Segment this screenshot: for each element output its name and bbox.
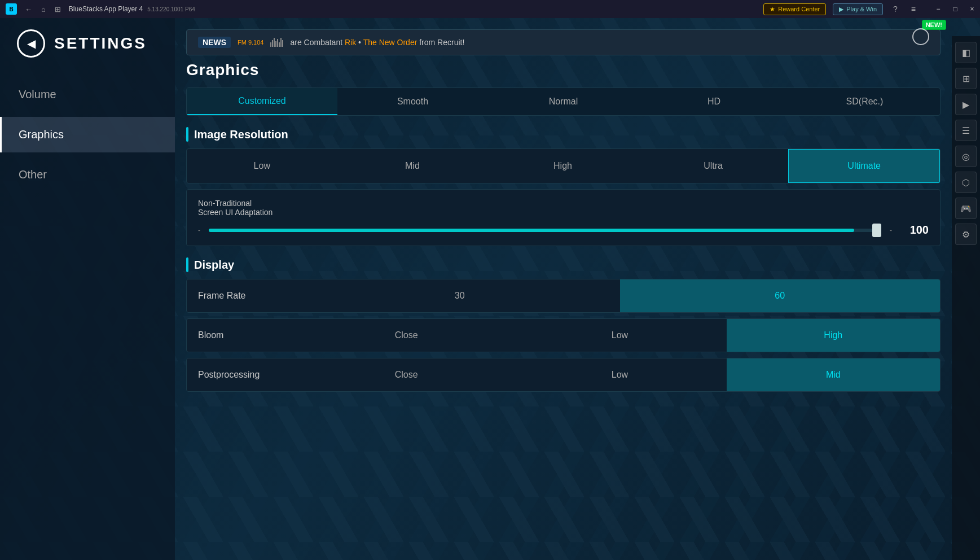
postprocessing-close[interactable]: Close [300,358,513,391]
sidebar-item-volume[interactable]: Volume [0,77,175,112]
cursor-circle [912,28,929,45]
reward-label: Reward Center [778,6,820,12]
right-icon-panel1[interactable]: ◧ [955,42,977,63]
titlebar-nav: ← ⌂ ⊞ [21,3,64,16]
section-bar-accent [186,127,188,142]
titlebar-left: B ← ⌂ ⊞ BlueStacks App Player 4 5.13.220… [0,3,752,16]
bloom-row: Bloom Close Low High [186,318,941,352]
frame-rate-30[interactable]: 30 [300,279,620,312]
frame-rate-options: 30 60 [300,279,940,312]
right-icon-panel2[interactable]: ⊞ [955,68,977,89]
postprocessing-low[interactable]: Low [513,358,726,391]
news-label: NEWS [198,37,231,48]
postprocessing-options: Close Low Mid [300,358,940,391]
content-area: Image Resolution Low Mid High Ultra Ulti… [175,116,952,560]
right-icon-panel6[interactable]: ⬡ [955,172,977,193]
graphics-section-title: Graphics [186,61,259,78]
quality-tabs: Customized Smooth Normal HD SD(Rec.) [186,88,941,116]
image-resolution-header: Image Resolution [186,127,941,142]
slider-container: - - 100 [198,224,929,237]
news-waveform [270,38,283,47]
postprocessing-label: Postprocessing [187,358,300,391]
postprocessing-row: Postprocessing Close Low Mid [186,358,941,392]
minimize-button[interactable]: − [930,3,946,15]
right-icon-panel8[interactable]: ⚙ [955,224,977,245]
slider-value: 100 [900,224,929,237]
display-section-bar [186,257,188,272]
news-bar: NEWS FM 9.104 are Combatant Rik • The Ne… [186,29,941,55]
slider-thumb[interactable] [872,224,881,237]
play-win-button[interactable]: ▶ Play & Win [833,3,883,15]
settings-back-button[interactable]: ◀ [17,29,45,58]
app-version: 5.13.220.1001 P64 [147,6,195,12]
right-icon-panel: ◧ ⊞ ▶ ☰ ◎ ⬡ 🎮 ⚙ [952,36,980,560]
resolution-low[interactable]: Low [187,149,337,183]
slider-min-label: - [198,226,200,234]
play-win-icon: ▶ [839,6,843,13]
tab-normal[interactable]: Normal [488,88,639,115]
help-button[interactable]: ? [890,2,901,16]
resolution-mid[interactable]: Mid [337,149,488,183]
postprocessing-mid[interactable]: Mid [727,358,940,391]
main-layout: ◀ SETTINGS Volume Graphics Other NEWS FM… [0,18,980,560]
news-text: are Combatant Rik • The New Order from R… [290,38,464,47]
resolution-options: Low Mid High Ultra Ultimate [186,148,941,183]
frame-rate-row: Frame Rate 30 60 [186,279,941,313]
new-badge: NEW! [922,20,946,30]
right-icon-panel5[interactable]: ◎ [955,146,977,167]
sidebar: ◀ SETTINGS Volume Graphics Other [0,18,175,560]
slider-max-label: - [890,226,892,234]
play-win-label: Play & Win [846,6,877,12]
right-icon-panel3[interactable]: ▶ [955,94,977,115]
news-fm: FM 9.104 [238,39,263,46]
tab-smooth[interactable]: Smooth [337,88,488,115]
right-icon-panel7[interactable]: 🎮 [955,198,977,219]
titlebar: B ← ⌂ ⊞ BlueStacks App Player 4 5.13.220… [0,0,980,18]
right-icon-panel4[interactable]: ☰ [955,120,977,141]
back-button[interactable]: ← [21,3,36,16]
resolution-ultra[interactable]: Ultra [638,149,789,183]
display-title: Display [194,259,234,272]
main-panel: NEWS FM 9.104 are Combatant Rik • The Ne… [175,18,980,560]
bloom-label: Bloom [187,319,300,352]
section-title-bar: Graphics [175,55,952,79]
bloom-low[interactable]: Low [513,319,726,352]
ui-adaptation-row: Non-Traditional Screen UI Adaptation - -… [186,189,941,246]
app-name: BlueStacks App Player 4 [69,5,143,13]
resolution-ultimate[interactable]: Ultimate [788,149,940,183]
menu-button[interactable]: ≡ [908,2,919,16]
bloom-options: Close Low High [300,319,940,352]
grid-button[interactable]: ⊞ [51,3,64,16]
titlebar-center: ★ Reward Center ▶ Play & Win ? ≡ [752,2,930,16]
image-resolution-title: Image Resolution [194,128,288,141]
bloom-close[interactable]: Close [300,319,513,352]
slider-fill [209,229,854,232]
frame-rate-label: Frame Rate [187,279,300,312]
maximize-button[interactable]: □ [947,3,963,15]
resolution-high[interactable]: High [487,149,638,183]
tab-sd-rec[interactable]: SD(Rec.) [789,88,940,115]
slider-track[interactable] [209,229,881,232]
image-resolution-section: Image Resolution Low Mid High Ultra Ulti… [186,127,941,246]
window-controls: − □ × [930,3,980,15]
display-header: Display [186,257,941,272]
reward-icon: ★ [770,6,775,13]
sidebar-item-other[interactable]: Other [0,157,175,193]
tab-hd[interactable]: HD [639,88,789,115]
frame-rate-60[interactable]: 60 [620,279,941,312]
ui-adaptation-label: Non-Traditional Screen UI Adaptation [198,199,929,217]
bloom-high[interactable]: High [727,319,940,352]
display-section: Display Frame Rate 30 60 Bloom Close Low [186,257,941,392]
close-button[interactable]: × [964,3,980,15]
sidebar-item-graphics[interactable]: Graphics [0,117,175,152]
settings-title: SETTINGS [54,34,147,53]
home-button[interactable]: ⌂ [38,3,49,16]
bluestacks-logo: B [6,3,17,15]
settings-header: ◀ SETTINGS [0,29,175,75]
reward-center-button[interactable]: ★ Reward Center [763,3,826,15]
tab-customized[interactable]: Customized [187,88,337,115]
